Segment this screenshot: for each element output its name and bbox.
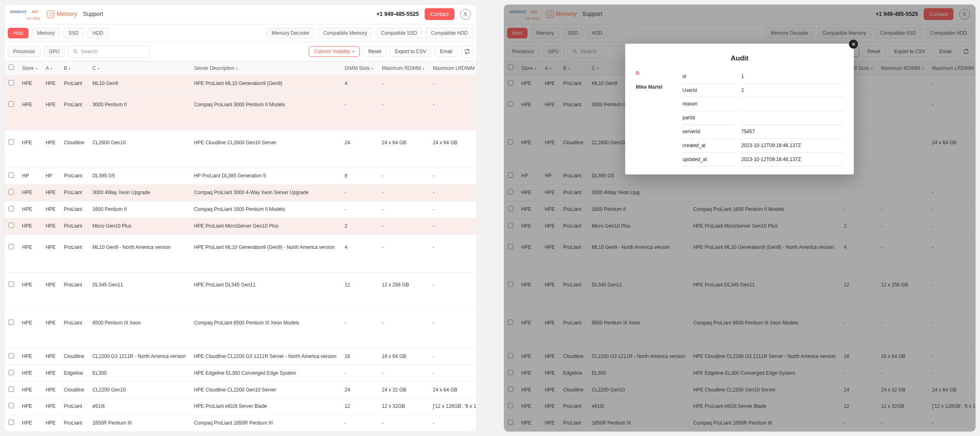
brand-tag: GET REAL. xyxy=(10,17,41,21)
phone-number[interactable]: +1 949-485-5525 xyxy=(376,10,419,18)
select-all-checkbox[interactable] xyxy=(9,65,14,70)
search-input[interactable]: Search xyxy=(68,45,150,58)
modal-close-button[interactable]: ✕ xyxy=(849,40,858,49)
row-checkbox[interactable] xyxy=(9,223,14,228)
nav-memory[interactable]: ◫ Memory xyxy=(47,10,78,18)
cell-b: ProLiant xyxy=(60,168,88,185)
table-row[interactable]: HPEHPECloudlineCL2600 Gen10HPE Cloudline… xyxy=(4,130,477,168)
reset-button[interactable]: Reset xyxy=(363,46,386,57)
table-row[interactable]: HPEHPEProLiantMicro Gen10 PlusHPE ProLia… xyxy=(4,218,477,235)
row-checkbox[interactable] xyxy=(9,101,14,107)
data-table[interactable]: StoreABCServer DescriptionDIMM SlotsMaxi… xyxy=(4,61,477,432)
row-checkbox[interactable] xyxy=(9,206,14,211)
table-row[interactable]: HPEHPEProLiant1600 Pentium IICompaq ProL… xyxy=(4,201,477,218)
table-row[interactable]: HPEHPECloudlineCL2200 Gen10HPE Cloudline… xyxy=(4,382,477,399)
table-row[interactable]: HPEHPEProLiant3000 Pentium IICompaq ProL… xyxy=(4,92,477,130)
tab-gpu[interactable]: GPU xyxy=(44,46,65,57)
table-row[interactable]: HPHPProLiantDL385 G5HP ProLiant DL385 Ge… xyxy=(4,168,477,185)
cell-rd: - xyxy=(378,235,429,273)
cell-slots: - xyxy=(341,185,378,201)
col-b[interactable]: B xyxy=(60,61,88,76)
cell-c: e910t xyxy=(88,398,190,415)
row-checkbox[interactable] xyxy=(9,172,14,178)
export-csv-button[interactable]: Export to CSV xyxy=(390,46,431,57)
row-checkbox[interactable] xyxy=(9,189,14,195)
cell-desc: HPE ProLiant ML10 Generation9 (Gen9) xyxy=(190,76,341,92)
cell-desc: HPE Cloudline CL2600 Gen10 Server xyxy=(190,130,341,168)
table-row[interactable]: HPEHPEEdgelineEL300HPE Edgeline EL300 Co… xyxy=(4,365,477,382)
cell-lr: - xyxy=(429,201,476,218)
row-checkbox[interactable] xyxy=(9,80,14,85)
col-a[interactable]: A xyxy=(42,61,60,76)
cell-s: HPE xyxy=(18,382,42,399)
tab-memory-decoder[interactable]: Memory Decoder xyxy=(266,28,314,38)
audit-key: UserId xyxy=(682,84,735,98)
cell-desc: HPE Cloudline CL2200 G3 1211R Server - N… xyxy=(190,349,341,365)
cell-slots: 16 xyxy=(341,349,378,365)
cell-rd: - xyxy=(378,415,429,432)
cell-rd: 24 x 64 GB xyxy=(378,130,429,168)
cell-s: HPE xyxy=(18,92,42,130)
user-avatar[interactable] xyxy=(460,9,471,20)
col-c[interactable]: C xyxy=(88,61,190,76)
tab-compatible-hdd[interactable]: Compatible HDD xyxy=(425,28,473,38)
row-checkbox[interactable] xyxy=(9,244,14,249)
cell-desc: HPE ProLiant ML10 Generation9 (Gen9) - N… xyxy=(190,235,341,273)
contact-button[interactable]: Contact xyxy=(425,8,454,20)
row-checkbox[interactable] xyxy=(9,282,14,287)
row-checkbox[interactable] xyxy=(9,353,14,358)
tab-ssd[interactable]: SSD xyxy=(63,28,84,38)
table-row[interactable]: HPEHPEProLiantML10 Gen9 - North America … xyxy=(4,235,477,273)
memory-logo-icon: memory.net xyxy=(10,8,41,16)
cell-slots: 12 xyxy=(341,273,378,311)
refresh-button[interactable] xyxy=(461,45,473,58)
col-maximum-rdimm[interactable]: Maximum RDIMM xyxy=(378,61,429,76)
tab-hdd[interactable]: HDD xyxy=(87,28,109,38)
cell-rd: - xyxy=(378,365,429,382)
row-checkbox[interactable] xyxy=(9,370,14,375)
tab-compatible-ssd[interactable]: Compatible SSD xyxy=(376,28,423,38)
table-row[interactable]: HPEHPEProLiante910tHPE ProLiant e910t Se… xyxy=(4,398,477,415)
audit-value: 75457 xyxy=(741,125,843,139)
cell-a: HPE xyxy=(42,415,60,432)
cell-c: 3000 Pentium II xyxy=(88,92,190,130)
table-row[interactable]: HPEHPECloudlineCL2200 G3 1211R - North A… xyxy=(4,349,477,365)
cell-desc: HPE ProLiant DL345 Gen11 xyxy=(190,273,341,311)
table-row[interactable]: HPEHPEProLiantML10 Gen9HPE ProLiant ML10… xyxy=(4,76,477,92)
col-store[interactable]: Store xyxy=(18,61,42,76)
cell-a: HPE xyxy=(42,218,60,235)
cell-a: HPE xyxy=(42,365,60,382)
row-checkbox[interactable] xyxy=(9,320,14,325)
table-row[interactable]: HPEHPEProLiant6500 Pentium III XeonCompa… xyxy=(4,311,477,349)
cell-a: HPE xyxy=(42,382,60,399)
brand-logo[interactable]: memory.net GET REAL. xyxy=(10,8,41,21)
cell-s: HP xyxy=(18,168,42,185)
column-visibility-button[interactable]: Column Visibility▾ xyxy=(309,46,360,57)
row-checkbox[interactable] xyxy=(9,387,14,392)
cell-a: HPE xyxy=(42,311,60,349)
table-row[interactable]: HPEHPEProLiant1850R Pentium IIICompaq Pr… xyxy=(4,415,477,432)
search-icon xyxy=(73,49,78,54)
table-row[interactable]: HPEHPEProLiant3000 4Way Xeon UpgradeComp… xyxy=(4,185,477,201)
cell-rd: 12 x 32GB xyxy=(378,398,429,415)
tab-compatible-memory[interactable]: Compatible Memory xyxy=(318,28,372,38)
row-checkbox[interactable] xyxy=(9,403,14,408)
cell-desc: HPE ProLiant MicroServer Gen10 Plus xyxy=(190,218,341,235)
email-button[interactable]: Email xyxy=(434,46,457,57)
col-dimm-slots[interactable]: DIMM Slots xyxy=(341,61,378,76)
tab-processor[interactable]: Processor xyxy=(8,46,40,57)
cell-slots: 12 xyxy=(341,398,378,415)
col-maximum-lrdimm[interactable]: Maximum LRDIMM xyxy=(429,61,476,76)
row-checkbox[interactable] xyxy=(9,420,14,425)
cell-a: HPE xyxy=(42,235,60,273)
tab-memory[interactable]: Memory xyxy=(32,28,60,38)
table-row[interactable]: HPEHPEProLiantDL345 Gen11HPE ProLiant DL… xyxy=(4,273,477,311)
cell-c: DL345 Gen11 xyxy=(88,273,190,311)
nav-support[interactable]: Support xyxy=(83,10,103,18)
row-checkbox[interactable] xyxy=(9,139,14,145)
cell-c: EL300 xyxy=(88,365,190,382)
tab-host[interactable]: Host xyxy=(8,28,29,38)
modal-scrim[interactable]: ✕ Audit 0:id1Mike MartelUserId2reasonpar… xyxy=(504,4,976,432)
col-server-description[interactable]: Server Description xyxy=(190,61,341,76)
cell-slots: 24 xyxy=(341,382,378,399)
